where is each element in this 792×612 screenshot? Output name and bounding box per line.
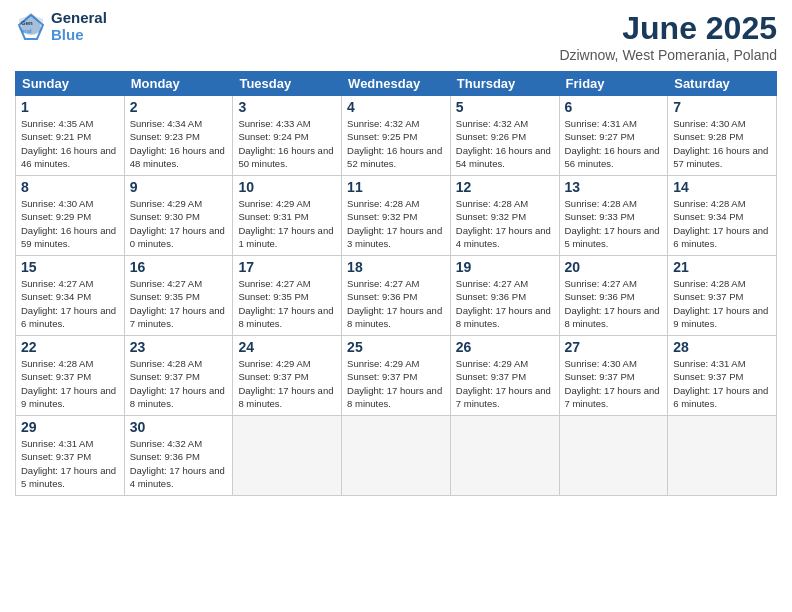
sunset-text: Sunset: 9:34 PM bbox=[673, 210, 771, 223]
daylight-text: Daylight: 16 hours and 48 minutes. bbox=[130, 144, 228, 171]
sunset-text: Sunset: 9:27 PM bbox=[565, 130, 663, 143]
sunrise-text: Sunrise: 4:27 AM bbox=[347, 277, 445, 290]
calendar-cell: 28 Sunrise: 4:31 AM Sunset: 9:37 PM Dayl… bbox=[668, 336, 777, 416]
day-number: 24 bbox=[238, 339, 336, 355]
header: Gen eral General Blue June 2025 Dziwnow,… bbox=[15, 10, 777, 63]
sunset-text: Sunset: 9:37 PM bbox=[456, 370, 554, 383]
calendar-cell: 25 Sunrise: 4:29 AM Sunset: 9:37 PM Dayl… bbox=[342, 336, 451, 416]
calendar-cell bbox=[559, 416, 668, 496]
sunrise-text: Sunrise: 4:27 AM bbox=[565, 277, 663, 290]
day-number: 5 bbox=[456, 99, 554, 115]
page: Gen eral General Blue June 2025 Dziwnow,… bbox=[0, 0, 792, 612]
sunrise-text: Sunrise: 4:29 AM bbox=[456, 357, 554, 370]
sunrise-text: Sunrise: 4:27 AM bbox=[238, 277, 336, 290]
day-number: 8 bbox=[21, 179, 119, 195]
day-number: 7 bbox=[673, 99, 771, 115]
cell-info: Sunrise: 4:28 AM Sunset: 9:32 PM Dayligh… bbox=[347, 197, 445, 250]
sunrise-text: Sunrise: 4:29 AM bbox=[130, 197, 228, 210]
daylight-text: Daylight: 17 hours and 6 minutes. bbox=[673, 224, 771, 251]
daylight-text: Daylight: 17 hours and 8 minutes. bbox=[565, 304, 663, 331]
sunrise-text: Sunrise: 4:29 AM bbox=[238, 357, 336, 370]
sunset-text: Sunset: 9:37 PM bbox=[238, 370, 336, 383]
calendar-cell: 1 Sunrise: 4:35 AM Sunset: 9:21 PM Dayli… bbox=[16, 96, 125, 176]
cell-info: Sunrise: 4:28 AM Sunset: 9:33 PM Dayligh… bbox=[565, 197, 663, 250]
sunrise-text: Sunrise: 4:27 AM bbox=[456, 277, 554, 290]
sunrise-text: Sunrise: 4:28 AM bbox=[673, 277, 771, 290]
day-number: 3 bbox=[238, 99, 336, 115]
sunset-text: Sunset: 9:30 PM bbox=[130, 210, 228, 223]
sunrise-text: Sunrise: 4:32 AM bbox=[130, 437, 228, 450]
daylight-text: Daylight: 17 hours and 8 minutes. bbox=[347, 304, 445, 331]
cell-info: Sunrise: 4:28 AM Sunset: 9:34 PM Dayligh… bbox=[673, 197, 771, 250]
cell-info: Sunrise: 4:34 AM Sunset: 9:23 PM Dayligh… bbox=[130, 117, 228, 170]
col-saturday: Saturday bbox=[668, 72, 777, 96]
daylight-text: Daylight: 17 hours and 7 minutes. bbox=[565, 384, 663, 411]
sunset-text: Sunset: 9:36 PM bbox=[456, 290, 554, 303]
daylight-text: Daylight: 16 hours and 56 minutes. bbox=[565, 144, 663, 171]
day-number: 15 bbox=[21, 259, 119, 275]
sunrise-text: Sunrise: 4:32 AM bbox=[456, 117, 554, 130]
sunset-text: Sunset: 9:29 PM bbox=[21, 210, 119, 223]
day-number: 4 bbox=[347, 99, 445, 115]
sunrise-text: Sunrise: 4:29 AM bbox=[347, 357, 445, 370]
title-area: June 2025 Dziwnow, West Pomerania, Polan… bbox=[559, 10, 777, 63]
calendar-cell: 29 Sunrise: 4:31 AM Sunset: 9:37 PM Dayl… bbox=[16, 416, 125, 496]
sunrise-text: Sunrise: 4:35 AM bbox=[21, 117, 119, 130]
daylight-text: Daylight: 17 hours and 4 minutes. bbox=[130, 464, 228, 491]
calendar-cell: 6 Sunrise: 4:31 AM Sunset: 9:27 PM Dayli… bbox=[559, 96, 668, 176]
daylight-text: Daylight: 16 hours and 54 minutes. bbox=[456, 144, 554, 171]
day-number: 20 bbox=[565, 259, 663, 275]
calendar-cell: 7 Sunrise: 4:30 AM Sunset: 9:28 PM Dayli… bbox=[668, 96, 777, 176]
sunset-text: Sunset: 9:35 PM bbox=[238, 290, 336, 303]
calendar-cell: 10 Sunrise: 4:29 AM Sunset: 9:31 PM Dayl… bbox=[233, 176, 342, 256]
sunset-text: Sunset: 9:36 PM bbox=[347, 290, 445, 303]
sunset-text: Sunset: 9:34 PM bbox=[21, 290, 119, 303]
daylight-text: Daylight: 16 hours and 46 minutes. bbox=[21, 144, 119, 171]
day-number: 28 bbox=[673, 339, 771, 355]
cell-info: Sunrise: 4:29 AM Sunset: 9:37 PM Dayligh… bbox=[238, 357, 336, 410]
day-number: 12 bbox=[456, 179, 554, 195]
sunset-text: Sunset: 9:37 PM bbox=[673, 370, 771, 383]
calendar-cell: 12 Sunrise: 4:28 AM Sunset: 9:32 PM Dayl… bbox=[450, 176, 559, 256]
day-number: 16 bbox=[130, 259, 228, 275]
daylight-text: Daylight: 17 hours and 9 minutes. bbox=[21, 384, 119, 411]
daylight-text: Daylight: 16 hours and 52 minutes. bbox=[347, 144, 445, 171]
cell-info: Sunrise: 4:27 AM Sunset: 9:34 PM Dayligh… bbox=[21, 277, 119, 330]
cell-info: Sunrise: 4:28 AM Sunset: 9:37 PM Dayligh… bbox=[673, 277, 771, 330]
sunset-text: Sunset: 9:37 PM bbox=[130, 370, 228, 383]
cell-info: Sunrise: 4:27 AM Sunset: 9:35 PM Dayligh… bbox=[130, 277, 228, 330]
calendar-cell: 2 Sunrise: 4:34 AM Sunset: 9:23 PM Dayli… bbox=[124, 96, 233, 176]
sunset-text: Sunset: 9:32 PM bbox=[456, 210, 554, 223]
sunrise-text: Sunrise: 4:31 AM bbox=[673, 357, 771, 370]
cell-info: Sunrise: 4:30 AM Sunset: 9:29 PM Dayligh… bbox=[21, 197, 119, 250]
daylight-text: Daylight: 17 hours and 8 minutes. bbox=[238, 304, 336, 331]
calendar-cell: 27 Sunrise: 4:30 AM Sunset: 9:37 PM Dayl… bbox=[559, 336, 668, 416]
svg-text:Gen: Gen bbox=[21, 20, 33, 26]
cell-info: Sunrise: 4:31 AM Sunset: 9:27 PM Dayligh… bbox=[565, 117, 663, 170]
calendar-cell bbox=[233, 416, 342, 496]
sunrise-text: Sunrise: 4:31 AM bbox=[565, 117, 663, 130]
sunset-text: Sunset: 9:37 PM bbox=[673, 290, 771, 303]
day-number: 9 bbox=[130, 179, 228, 195]
calendar-cell: 24 Sunrise: 4:29 AM Sunset: 9:37 PM Dayl… bbox=[233, 336, 342, 416]
logo: Gen eral General Blue bbox=[15, 10, 107, 43]
cell-info: Sunrise: 4:27 AM Sunset: 9:36 PM Dayligh… bbox=[347, 277, 445, 330]
sunrise-text: Sunrise: 4:28 AM bbox=[565, 197, 663, 210]
cell-info: Sunrise: 4:27 AM Sunset: 9:35 PM Dayligh… bbox=[238, 277, 336, 330]
daylight-text: Daylight: 17 hours and 5 minutes. bbox=[565, 224, 663, 251]
sunrise-text: Sunrise: 4:29 AM bbox=[238, 197, 336, 210]
calendar-cell: 5 Sunrise: 4:32 AM Sunset: 9:26 PM Dayli… bbox=[450, 96, 559, 176]
calendar-cell: 4 Sunrise: 4:32 AM Sunset: 9:25 PM Dayli… bbox=[342, 96, 451, 176]
cell-info: Sunrise: 4:29 AM Sunset: 9:37 PM Dayligh… bbox=[347, 357, 445, 410]
logo-text: General Blue bbox=[51, 10, 107, 43]
calendar-cell: 30 Sunrise: 4:32 AM Sunset: 9:36 PM Dayl… bbox=[124, 416, 233, 496]
calendar-header-row: Sunday Monday Tuesday Wednesday Thursday… bbox=[16, 72, 777, 96]
daylight-text: Daylight: 17 hours and 1 minute. bbox=[238, 224, 336, 251]
sunset-text: Sunset: 9:36 PM bbox=[565, 290, 663, 303]
daylight-text: Daylight: 17 hours and 0 minutes. bbox=[130, 224, 228, 251]
calendar-cell: 11 Sunrise: 4:28 AM Sunset: 9:32 PM Dayl… bbox=[342, 176, 451, 256]
calendar-table: Sunday Monday Tuesday Wednesday Thursday… bbox=[15, 71, 777, 496]
cell-info: Sunrise: 4:28 AM Sunset: 9:32 PM Dayligh… bbox=[456, 197, 554, 250]
day-number: 25 bbox=[347, 339, 445, 355]
sunset-text: Sunset: 9:36 PM bbox=[130, 450, 228, 463]
